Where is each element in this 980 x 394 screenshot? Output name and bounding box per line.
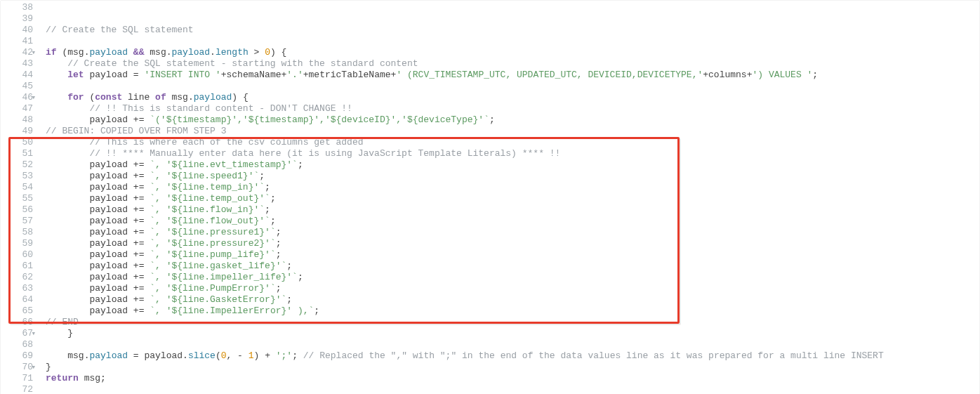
token-op: ; [270, 193, 276, 204]
token-op: , - [227, 350, 249, 361]
token-ident: payload [89, 238, 128, 249]
code-line[interactable] [46, 13, 979, 25]
gutter-line: 52 [1, 159, 33, 171]
fold-marker-icon[interactable]: ▾ [31, 362, 36, 372]
token-ident: payload [89, 227, 128, 237]
code-line[interactable] [46, 2, 979, 13]
token-op: ) + [254, 350, 276, 361]
token-indent [46, 350, 67, 361]
code-line[interactable]: // BEGIN: COPIED OVER FROM STEP 3 [46, 126, 979, 137]
token-str: `, '${line.gasket_life}'` [150, 261, 286, 271]
code-line[interactable] [46, 339, 979, 350]
gutter-line: 41 [1, 36, 33, 47]
token-op: ; [298, 159, 303, 170]
code-line[interactable]: } [46, 362, 979, 373]
token-ident: payload [89, 216, 128, 226]
code-line[interactable]: payload += `, '${line.ImpellerError}' ),… [46, 306, 979, 317]
code-line[interactable]: payload += `, '${line.GasketError}'`; [46, 294, 979, 306]
gutter-line: 47 [1, 103, 33, 114]
code-line[interactable]: payload += `, '${line.temp_in}'`; [46, 182, 979, 193]
token-op: ; [314, 306, 319, 316]
token-ident: line [128, 92, 150, 103]
token-op: . [188, 92, 194, 103]
code-line[interactable]: payload += `, '${line.evt_timestamp}'`; [46, 159, 979, 171]
token-str: `, '${line.pump_life}'` [150, 249, 275, 260]
code-line[interactable]: return msg; [46, 373, 979, 384]
token-op: ; [292, 350, 303, 361]
token-op: += [128, 294, 150, 305]
code-line[interactable]: // END [46, 317, 979, 328]
token-indent [46, 58, 67, 69]
code-line[interactable]: } [46, 328, 979, 339]
code-line[interactable]: // !! This is standard content - DON'T C… [46, 103, 979, 114]
token-op [150, 92, 155, 103]
fold-marker-icon[interactable]: ▾ [31, 329, 36, 339]
token-op: += [128, 204, 150, 215]
code-line[interactable] [46, 36, 979, 47]
token-ident: payload [89, 193, 128, 204]
token-op: += [128, 216, 150, 226]
token-keyword: return [46, 373, 79, 383]
token-op [128, 47, 133, 58]
code-line[interactable]: payload += `('${timestamp}','${timestamp… [46, 114, 979, 126]
token-comment: // BEGIN: COPIED OVER FROM STEP 3 [46, 126, 226, 136]
token-op: += [128, 249, 150, 260]
gutter-line: 69 [1, 350, 33, 362]
token-str: `, '${line.GasketError}'` [150, 294, 286, 305]
token-ident: payload [89, 272, 128, 282]
code-area[interactable]: // Create the SQL statementif (msg.paylo… [37, 1, 979, 394]
fold-marker-icon[interactable]: ▾ [31, 93, 36, 103]
code-line[interactable]: for (const line of msg.payload) { [46, 92, 979, 103]
token-ident: msg [67, 350, 84, 361]
code-line[interactable]: // !! **** Manually enter data here (it … [46, 148, 979, 159]
token-ident: payload [89, 306, 128, 316]
code-line[interactable]: payload += `, '${line.impeller_life}'`; [46, 272, 979, 283]
code-line[interactable]: payload += `, '${line.pressure2}'`; [46, 238, 979, 249]
code-line[interactable]: payload += `, '${line.PumpError}'`; [46, 283, 979, 294]
token-indent [46, 137, 89, 147]
token-prop: payload [194, 92, 232, 103]
token-op: } [46, 362, 51, 372]
gutter-line: 44 [1, 70, 33, 81]
gutter-line: 54 [1, 182, 33, 193]
token-str: `, '${line.temp_in}'` [150, 182, 265, 192]
code-line[interactable]: // This is where each of the csv columns… [46, 137, 979, 148]
code-line[interactable]: payload += `, '${line.pressure1}'`; [46, 227, 979, 238]
token-ident: msg [67, 47, 84, 58]
token-str: `, '${line.pressure2}'` [150, 238, 275, 249]
token-indent [46, 328, 67, 339]
gutter-line: 50 [1, 137, 33, 148]
token-ident: payload [89, 182, 128, 192]
token-str: '.' [286, 70, 303, 80]
code-line[interactable]: // Create the SQL statement - starting w… [46, 58, 979, 70]
token-ident: payload [89, 70, 128, 80]
token-indent [46, 193, 89, 204]
gutter-line: 55 [1, 193, 33, 204]
token-ident: payload [89, 249, 128, 260]
token-op: . [210, 47, 216, 58]
token-ident: payload [89, 261, 128, 271]
code-line[interactable]: payload += `, '${line.flow_out}'`; [46, 216, 979, 227]
code-line[interactable] [46, 81, 979, 92]
code-editor[interactable]: 3839404142▾43444546▾47484950515253545556… [0, 0, 980, 394]
code-line[interactable]: payload += `, '${line.flow_in}'`; [46, 204, 979, 216]
code-line[interactable]: msg.payload = payload.slice(0, - 1) + ';… [46, 350, 979, 362]
token-indent [46, 182, 89, 192]
code-line[interactable]: payload += `, '${line.temp_out}'`; [46, 193, 979, 204]
code-line[interactable] [46, 384, 979, 394]
code-line[interactable]: payload += `, '${line.speed1}'`; [46, 171, 979, 182]
code-line[interactable]: payload += `, '${line.pump_life}'`; [46, 249, 979, 261]
code-line[interactable]: if (msg.payload && msg.payload.length > … [46, 47, 979, 58]
code-line[interactable]: let payload = 'INSERT INTO '+schemaName+… [46, 70, 979, 81]
token-comment: // END [46, 317, 79, 327]
code-line[interactable]: payload += `, '${line.gasket_life}'`; [46, 261, 979, 272]
token-op: += [128, 114, 150, 125]
token-ident: payload [89, 114, 128, 125]
token-str: `, '${line.evt_timestamp}'` [150, 159, 298, 170]
token-op: ( [216, 350, 221, 361]
code-line[interactable]: // Create the SQL statement [46, 25, 979, 36]
gutter-line: 56 [1, 204, 33, 216]
token-ident: payload [89, 294, 128, 305]
fold-marker-icon[interactable]: ▾ [31, 48, 36, 58]
token-op: + [703, 70, 708, 80]
